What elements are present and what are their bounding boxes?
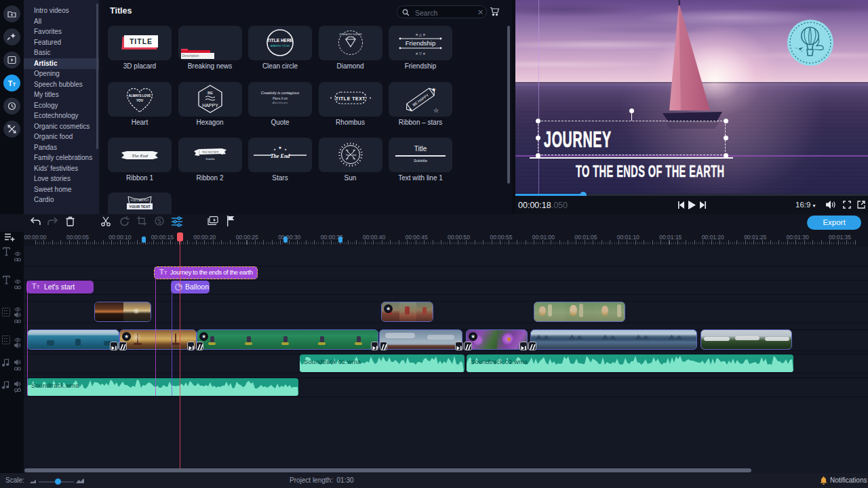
svg-text:AMAZING TITLES: AMAZING TITLES — [271, 45, 290, 47]
svg-text:★: ★ — [278, 146, 281, 150]
svg-text:★: ★ — [273, 148, 276, 151]
svg-text:☆: ☆ — [433, 107, 439, 114]
svg-text:This text here: This text here — [201, 150, 218, 153]
svg-text:Friendship: Friendship — [406, 39, 435, 47]
svg-text:Your: Your — [346, 154, 351, 157]
svg-text:Text: Text — [352, 154, 356, 157]
svg-text:YOU: YOU — [136, 99, 144, 102]
svg-text:The End: The End — [132, 153, 148, 159]
svg-text:✕ △ ✕: ✕ △ ✕ — [415, 32, 425, 36]
svg-text:TITLE HERE: TITLE HERE — [267, 38, 294, 43]
svg-text:YOU CAN PUT: YOU CAN PUT — [130, 199, 149, 202]
svg-text:★: ★ — [431, 87, 436, 93]
svg-text:Subtitle: Subtitle — [205, 157, 215, 161]
svg-text:★: ★ — [284, 148, 287, 151]
svg-text:★: ★ — [409, 107, 412, 111]
svg-text:MY AMAZING SUMMER: MY AMAZING SUMMER — [339, 33, 362, 35]
svg-text:BE: BE — [207, 91, 212, 95]
svg-text:The End: The End — [271, 153, 291, 159]
svg-text:HAPPY: HAPPY — [202, 103, 218, 108]
svg-text:TITLE TEXT: TITLE TEXT — [335, 96, 366, 101]
svg-text:YOUR TEXT: YOUR TEXT — [129, 205, 151, 209]
svg-text:→ ALWAYS LOVE ←: → ALWAYS LOVE ← — [125, 94, 155, 98]
svg-text:✕ ▽ ✕: ✕ ▽ ✕ — [415, 52, 425, 56]
